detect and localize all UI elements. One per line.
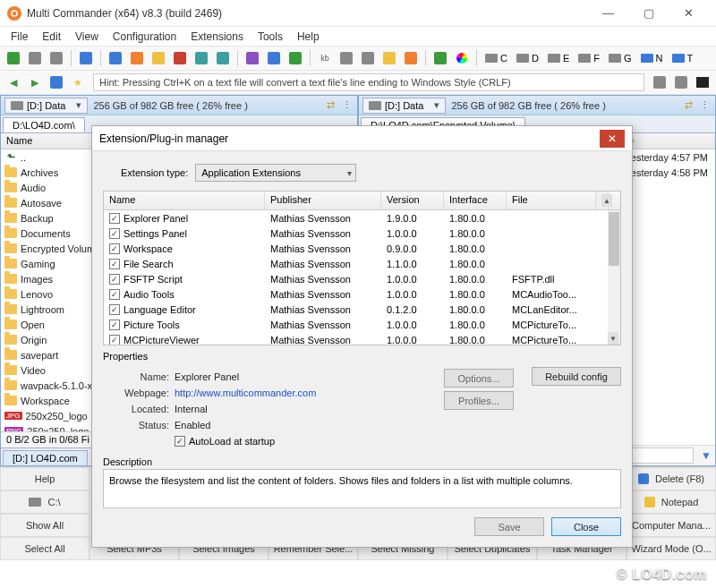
left-drive-combo[interactable]: [D:] Data▾ (4, 98, 88, 114)
grid-row[interactable]: ✓FSFTP ScriptMathias Svensson1.0.0.01.80… (104, 271, 608, 286)
row-checkbox[interactable]: ✓ (109, 320, 120, 330)
reload-icon[interactable] (4, 48, 23, 68)
drive-n[interactable]: N (637, 53, 667, 64)
bottom-button[interactable]: Wizard Mode (O... (626, 537, 716, 560)
delete-icon[interactable] (170, 48, 190, 68)
back-icon[interactable]: ◀ (4, 72, 23, 92)
bottom-button[interactable]: Notepad (626, 490, 716, 514)
time-icon[interactable] (358, 48, 378, 68)
bottom-button[interactable]: Computer Mana... (626, 514, 716, 537)
menu-help[interactable]: Help (290, 29, 327, 45)
favorite-icon[interactable]: ★ (68, 72, 88, 92)
row-checkbox[interactable]: ✓ (109, 213, 120, 224)
dialog-close-button[interactable]: ✕ (600, 130, 625, 148)
left-lower-tab[interactable]: [D:] LO4D.com (3, 450, 88, 465)
pack-icon[interactable] (192, 48, 211, 68)
drive-g[interactable]: G (605, 53, 635, 64)
row-checkbox[interactable]: ✓ (109, 304, 120, 315)
col-version[interactable]: Version (381, 192, 444, 209)
attrs-icon[interactable] (337, 48, 356, 68)
details-view-icon[interactable] (650, 72, 669, 92)
scrollbar-thumb[interactable] (609, 212, 619, 266)
options-button[interactable]: Options... (444, 369, 514, 388)
row-checkbox[interactable]: ✓ (109, 335, 120, 345)
swap-panels-icon[interactable]: ⇄ (681, 98, 695, 113)
special-icon[interactable] (401, 48, 421, 68)
drive-t[interactable]: T (669, 53, 697, 64)
profiles-button[interactable]: Profiles... (444, 391, 514, 410)
panel-menu-icon[interactable]: ⋮ (697, 98, 712, 113)
terminal-icon[interactable] (693, 72, 712, 92)
folder-icon (4, 320, 17, 329)
size-icon[interactable]: kb (315, 48, 335, 68)
close-button[interactable]: ✕ (669, 0, 709, 27)
grid-row[interactable]: ✓Explorer PanelMathias Svensson1.9.0.01.… (104, 210, 608, 226)
drive-d[interactable]: D (513, 53, 542, 64)
row-checkbox[interactable]: ✓ (109, 228, 120, 239)
grid-row[interactable]: ✓File SearchMathias Svensson1.1.0.01.80.… (104, 256, 608, 271)
col-file[interactable]: File (507, 192, 596, 209)
menu-edit[interactable]: Edit (35, 29, 68, 45)
folder-icon (4, 380, 17, 390)
grid-row[interactable]: ✓Settings PanelMathias Svensson1.0.0.01.… (104, 226, 608, 241)
checksum-icon[interactable] (286, 48, 305, 68)
menu-view[interactable]: View (68, 29, 106, 45)
bottom-button[interactable]: Delete (F8) (626, 467, 716, 490)
row-checkbox[interactable]: ✓ (109, 289, 120, 300)
rename-icon[interactable] (127, 48, 147, 68)
clipboard-icon[interactable] (379, 48, 399, 68)
drive-c[interactable]: C (482, 53, 511, 64)
rebuild-config-button[interactable]: Rebuild config (532, 367, 621, 386)
newfolder-icon[interactable] (149, 48, 168, 68)
menu-extensions[interactable]: Extensions (183, 29, 251, 45)
bottom-button[interactable]: C:\ (0, 490, 90, 514)
copy-icon[interactable] (76, 48, 96, 68)
bottom-button[interactable]: Show All (0, 514, 90, 537)
color-icon[interactable] (452, 48, 472, 68)
row-checkbox[interactable]: ✓ (109, 274, 120, 285)
scroll-up-icon[interactable]: ▲ (601, 194, 612, 207)
prop-web-link[interactable]: http://www.multicommander.com (175, 388, 316, 398)
move-icon[interactable] (106, 48, 125, 68)
filter-icon[interactable]: ▼ (701, 449, 712, 462)
dialog-close-footer-button[interactable]: Close (551, 517, 621, 536)
settings-icon[interactable] (25, 48, 45, 68)
unpack-icon[interactable] (213, 48, 233, 68)
file-name: savepart (21, 350, 58, 361)
treefilter-icon[interactable] (430, 48, 450, 68)
gear-icon[interactable] (47, 48, 66, 68)
grid-row[interactable]: ✓MCPictureViewerMathias Svensson1.0.0.01… (104, 332, 608, 345)
left-tab[interactable]: D:\LO4D.com\ (3, 117, 85, 132)
history-icon[interactable] (47, 72, 66, 92)
minimize-button[interactable]: — (588, 0, 628, 27)
drive-e[interactable]: E (544, 53, 573, 64)
bottom-button[interactable]: Help (0, 467, 90, 490)
menu-file[interactable]: File (4, 29, 35, 45)
col-name[interactable]: Name (104, 192, 265, 209)
scroll-down-icon[interactable]: ▼ (608, 332, 618, 345)
list-view-icon[interactable] (671, 72, 691, 92)
right-drive-combo[interactable]: [D:] Data▾ (362, 98, 446, 114)
grid-row[interactable]: ✓Language EditorMathias Svensson0.1.2.01… (104, 302, 608, 317)
grid-row[interactable]: ✓WorkspaceMathias Svensson0.9.0.01.80.0.… (104, 241, 608, 256)
menu-configuration[interactable]: Configuration (106, 29, 183, 45)
forward-icon[interactable]: ▶ (25, 72, 45, 92)
grid-body[interactable]: ✓Explorer PanelMathias Svensson1.9.0.01.… (104, 210, 608, 345)
bottom-button[interactable]: Select All (0, 537, 90, 560)
maximize-button[interactable]: ▢ (628, 0, 669, 27)
find-icon[interactable] (243, 48, 262, 68)
menu-tools[interactable]: Tools (251, 29, 290, 45)
ext-type-combo[interactable]: Application Extensions (195, 164, 356, 182)
row-checkbox[interactable]: ✓ (109, 259, 120, 269)
drive-f[interactable]: F (575, 53, 603, 64)
swap-panels-icon[interactable]: ⇄ (323, 98, 337, 113)
autoload-checkbox[interactable]: ✓ (175, 436, 185, 447)
row-checkbox[interactable]: ✓ (109, 243, 120, 254)
compare-icon[interactable] (264, 48, 284, 68)
save-button[interactable]: Save (474, 517, 544, 536)
grid-row[interactable]: ✓Picture ToolsMathias Svensson1.0.0.01.8… (104, 317, 608, 332)
grid-row[interactable]: ✓Audio ToolsMathias Svensson1.0.0.01.80.… (104, 286, 608, 302)
panel-menu-icon[interactable]: ⋮ (339, 98, 354, 113)
col-interface[interactable]: Interface (444, 192, 507, 209)
col-publisher[interactable]: Publisher (265, 192, 381, 209)
